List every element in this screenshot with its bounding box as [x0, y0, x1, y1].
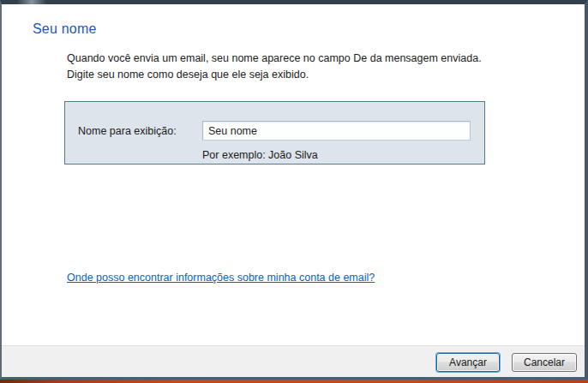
display-name-input[interactable] — [202, 121, 471, 141]
display-name-example: Por exemplo: João Silva — [202, 149, 318, 161]
cancel-button[interactable]: Cancelar — [512, 353, 577, 372]
intro-line-1: Quando você envia um email, seu nome apa… — [67, 51, 482, 67]
account-info-help-link[interactable]: Onde posso encontrar informações sobre m… — [67, 272, 375, 284]
intro-text: Quando você envia um email, seu nome apa… — [67, 51, 482, 83]
titlebar-sheen — [17, 0, 46, 4]
display-name-panel: Nome para exibição: Por exemplo: João Si… — [64, 101, 485, 165]
display-name-row: Nome para exibição: — [78, 121, 472, 141]
page-title: Seu nome — [33, 21, 97, 37]
display-name-label: Nome para exibição: — [78, 125, 202, 137]
intro-line-2: Digite seu nome como deseja que ele seja… — [67, 67, 482, 83]
wizard-window: Seu nome Quando você envia um email, seu… — [0, 0, 588, 383]
next-button[interactable]: Avançar — [436, 353, 500, 372]
footer-button-bar: Avançar Cancelar — [2, 345, 585, 377]
wizard-dialog: Seu nome Quando você envia um email, seu… — [0, 0, 588, 380]
